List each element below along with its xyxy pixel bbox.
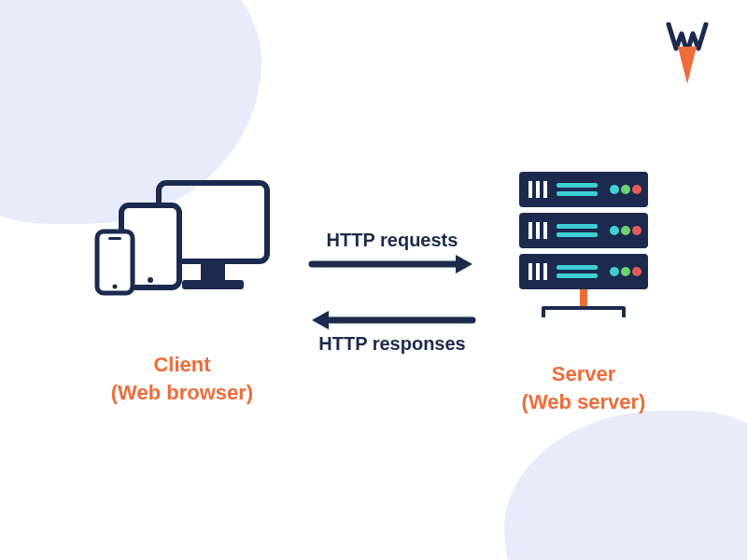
svg-rect-31 xyxy=(543,263,547,280)
arrow-right-icon xyxy=(308,253,476,275)
arrow-left-icon xyxy=(308,309,476,331)
server-title: Server xyxy=(522,360,646,388)
brand-logo-icon xyxy=(665,22,710,91)
svg-rect-33 xyxy=(557,273,598,278)
svg-rect-23 xyxy=(557,224,598,229)
svg-rect-22 xyxy=(543,222,547,239)
svg-point-35 xyxy=(621,267,630,276)
svg-rect-6 xyxy=(108,237,121,240)
server-node: Server (Web server) xyxy=(514,168,654,415)
background-blob-bottom-right xyxy=(504,411,747,560)
svg-point-16 xyxy=(610,185,619,194)
client-node: Client (Web browser) xyxy=(93,177,271,406)
svg-rect-5 xyxy=(97,231,133,293)
svg-point-18 xyxy=(632,185,641,194)
svg-rect-1 xyxy=(201,261,225,280)
client-title: Client xyxy=(111,351,253,379)
svg-point-25 xyxy=(610,226,619,235)
svg-rect-13 xyxy=(543,181,547,198)
http-diagram: Client (Web browser) HTTP requests HTTP … xyxy=(0,168,747,415)
arrow-group: HTTP requests HTTP responses xyxy=(308,230,476,355)
svg-rect-39 xyxy=(542,308,545,317)
server-rack-icon xyxy=(514,168,654,327)
svg-rect-40 xyxy=(622,308,626,317)
svg-rect-15 xyxy=(557,191,598,196)
client-devices-icon xyxy=(93,177,271,317)
svg-rect-11 xyxy=(529,181,532,198)
svg-rect-30 xyxy=(536,263,540,280)
svg-point-26 xyxy=(621,226,630,235)
svg-rect-14 xyxy=(557,183,598,188)
svg-rect-24 xyxy=(557,232,598,237)
svg-rect-21 xyxy=(536,222,540,239)
svg-rect-2 xyxy=(182,280,244,289)
svg-point-4 xyxy=(148,277,153,283)
client-subtitle: (Web browser) xyxy=(111,379,253,407)
svg-rect-20 xyxy=(529,222,532,239)
svg-point-27 xyxy=(632,226,641,235)
request-label: HTTP requests xyxy=(327,230,458,251)
server-caption: Server (Web server) xyxy=(522,360,646,415)
response-arrow-row: HTTP responses xyxy=(308,309,476,355)
request-arrow-row: HTTP requests xyxy=(308,230,476,275)
svg-point-7 xyxy=(113,285,118,289)
svg-point-36 xyxy=(632,267,641,276)
svg-rect-29 xyxy=(529,263,532,280)
svg-rect-12 xyxy=(536,181,540,198)
client-caption: Client (Web browser) xyxy=(111,351,253,406)
response-label: HTTP responses xyxy=(318,333,465,355)
svg-rect-38 xyxy=(542,306,626,310)
server-subtitle: (Web server) xyxy=(522,388,646,416)
svg-rect-32 xyxy=(557,265,598,270)
svg-rect-37 xyxy=(580,289,587,306)
svg-point-17 xyxy=(621,185,630,194)
svg-point-34 xyxy=(610,267,619,276)
